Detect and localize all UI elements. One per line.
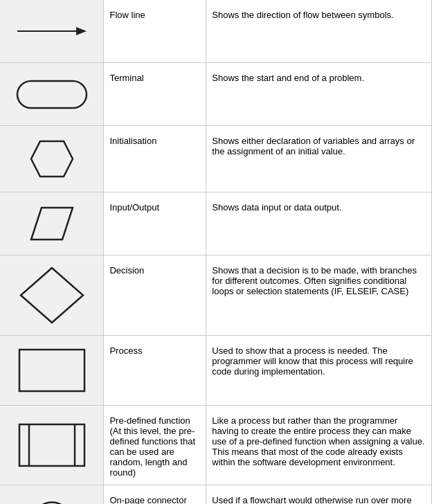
name-label-predefined: Pre-defined function (At this level, the… [104,406,206,485]
symbol-cell-terminal [0,63,104,126]
svg-marker-5 [21,268,83,323]
symbol-cell-predefined [0,406,104,485]
table-row: Process Used to show that a process is n… [0,336,432,406]
name-label-decision: Decision [104,255,206,336]
table-row: Terminal Shows the start and end of a pr… [0,63,432,126]
svg-marker-1 [76,27,87,35]
table-row: Initialisation Shows either declaration … [0,126,432,192]
description-decision: Shows that a decision is to be made, wit… [206,255,432,336]
description-flow-line: Shows the direction of flow between symb… [206,0,432,63]
description-process: Used to show that a process is needed. T… [206,336,432,406]
name-label-connector: On-page connector [104,485,206,505]
description-connector: Used if a flowchart would otherwise run … [206,485,432,505]
initialisation-icon [14,133,90,185]
terminal-icon [14,75,90,114]
description-input-output: Shows data input or data output. [206,192,432,255]
symbol-cell-flow-line [0,0,104,63]
on-page-connector-icon [14,492,90,504]
input-output-icon [14,199,90,248]
description-terminal: Shows the start and end of a problem. [206,63,432,126]
svg-marker-3 [31,141,73,177]
svg-marker-4 [31,208,73,240]
name-label-initialisation: Initialisation [104,126,206,192]
description-initialisation: Shows either declaration of variables an… [206,126,432,192]
name-label-input-output: Input/Output [104,192,206,255]
name-label-terminal: Terminal [104,63,206,126]
table-row: Input/Output Shows data input or data ou… [0,192,432,255]
svg-rect-6 [19,350,84,391]
predefined-function-icon [14,417,90,473]
flow-line-icon [14,21,90,42]
table-row: Decision Shows that a decision is to be … [0,255,432,336]
svg-rect-2 [17,81,87,108]
name-label-process: Process [104,336,206,406]
description-predefined: Like a process but rather than the progr… [206,406,432,485]
decision-icon [14,262,90,328]
name-label-flow-line: Flow line [104,0,206,63]
table-row: Flow line Shows the direction of flow be… [0,0,432,63]
table-row: On-page connector Used if a flowchart wo… [0,485,432,505]
table-row: Pre-defined function (At this level, the… [0,406,432,485]
symbol-cell-connector [0,485,104,505]
flowchart-symbols-table: Flow line Shows the direction of flow be… [0,0,432,504]
symbol-cell-input-output [0,192,104,255]
symbol-cell-initialisation [0,126,104,192]
symbol-cell-decision [0,255,104,336]
process-icon [14,343,90,398]
symbol-cell-process [0,336,104,406]
